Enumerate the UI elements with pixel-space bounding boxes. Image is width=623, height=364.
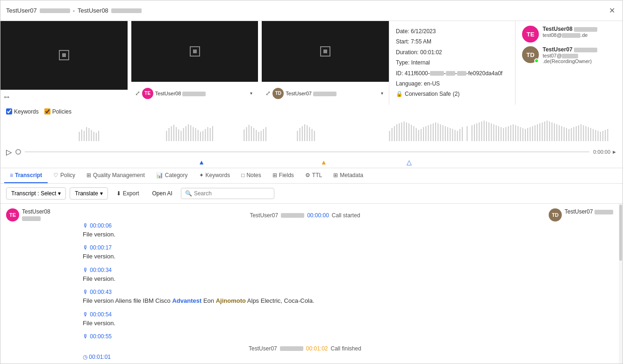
keywords-filter[interactable]: Keywords xyxy=(6,108,39,115)
search-box[interactable]: 🔍 xyxy=(181,188,274,199)
tab-quality-management[interactable]: ⊞ Quality Management xyxy=(81,168,150,183)
svg-rect-63 xyxy=(428,125,429,141)
policies-checkbox[interactable] xyxy=(44,108,50,114)
svg-rect-12 xyxy=(173,125,174,141)
svg-rect-106 xyxy=(537,124,538,141)
svg-rect-11 xyxy=(171,126,172,141)
tab-ttl[interactable]: ⚙ TTL xyxy=(300,168,328,183)
mic-icon-0: 🎙 xyxy=(83,222,88,229)
video-screens-row: ⤢ ⤢ TE TestUser08 ▾ xyxy=(0,21,389,105)
keywords-label: Keywords xyxy=(14,108,39,115)
user-entry-1: TD TestUser07 test07@ .de(RecordingOwner… xyxy=(522,46,616,64)
svg-rect-0 xyxy=(79,132,80,141)
video-screen-1[interactable] xyxy=(0,21,128,90)
svg-rect-58 xyxy=(416,128,417,141)
svg-rect-52 xyxy=(401,122,402,141)
search-input[interactable] xyxy=(194,190,270,197)
video-screen-3[interactable] xyxy=(262,21,389,82)
right-user-label: TD TestUser07 xyxy=(535,204,619,364)
scrollbar-thumb[interactable] xyxy=(619,205,622,261)
svg-rect-27 xyxy=(210,128,211,141)
svg-rect-67 xyxy=(437,123,438,141)
timestamp-0[interactable]: 🎙 00:00:06 xyxy=(83,222,527,229)
svg-rect-36 xyxy=(261,131,262,141)
call-finish-blurred xyxy=(280,346,303,351)
right-username: TestUser07 xyxy=(565,208,613,215)
close-button[interactable]: ✕ xyxy=(607,4,617,17)
tab-policy[interactable]: ♡ Policy xyxy=(48,168,81,183)
tab-quality-label: Quality Management xyxy=(93,172,145,178)
ttl-icon: ⚙ xyxy=(305,172,310,178)
svg-rect-122 xyxy=(576,126,577,141)
tab-fields[interactable]: ⊞ Fields xyxy=(267,168,300,183)
video-screen-2[interactable] xyxy=(131,21,258,82)
transcript-area: TE TestUser08 TestUser07 00:00:00 Call s… xyxy=(0,204,623,364)
export-button[interactable]: ⬇ Export xyxy=(112,188,144,199)
timestamp-3[interactable]: 🎙 00:00:43 xyxy=(83,289,527,295)
tab-keywords[interactable]: ✦ Keywords xyxy=(193,168,236,183)
language-value: en-US xyxy=(424,80,440,87)
playhead-row: ▷ 0:00:00 ► xyxy=(0,146,623,158)
svg-rect-115 xyxy=(559,125,560,141)
svg-rect-15 xyxy=(180,131,181,141)
transcript-content[interactable]: TestUser07 00:00:00 Call started 🎙 00:00… xyxy=(75,204,535,364)
play-button[interactable]: ▷ xyxy=(6,148,12,157)
waveform-area[interactable] xyxy=(6,118,617,146)
svg-rect-42 xyxy=(304,124,305,141)
user-email-0: test08@ .de xyxy=(543,32,597,38)
tab-ttl-label: TTL xyxy=(312,172,322,178)
svg-rect-26 xyxy=(207,127,208,141)
svg-rect-79 xyxy=(472,125,473,141)
translate-dropdown[interactable]: Translate ▾ xyxy=(70,187,108,200)
expand-icon-1[interactable]: ⤢ xyxy=(2,93,12,102)
tab-metadata[interactable]: ⊞ Metadata xyxy=(328,168,369,183)
svg-rect-16 xyxy=(183,128,184,141)
entry-5: 🎙 00:00:55 xyxy=(83,333,527,340)
timestamp-4[interactable]: 🎙 00:00:54 xyxy=(83,311,527,318)
timestamp-5[interactable]: 🎙 00:00:55 xyxy=(83,333,527,340)
top-section: ⤢ ⤢ TE TestUser08 ▾ xyxy=(0,21,623,105)
svg-rect-5 xyxy=(91,130,92,141)
progress-bar[interactable] xyxy=(25,151,589,152)
video-username-2: TestUser08 xyxy=(155,91,249,96)
export-label: Export xyxy=(123,190,139,197)
timestamp-2[interactable]: 🎙 00:00:34 xyxy=(83,267,527,273)
marker-blue-outline: △ xyxy=(407,158,412,166)
video-icon-inner-1 xyxy=(62,53,66,57)
svg-rect-93 xyxy=(505,127,506,141)
svg-rect-84 xyxy=(484,121,485,141)
tab-category[interactable]: 📊 Category xyxy=(150,168,193,183)
timestamp-1[interactable]: 🎙 00:00:17 xyxy=(83,244,527,251)
dropdown-arrow-3[interactable]: ▾ xyxy=(381,91,383,96)
svg-rect-113 xyxy=(554,123,555,141)
svg-rect-24 xyxy=(202,131,203,141)
fields-icon: ⊞ xyxy=(272,172,277,178)
policies-label: Policies xyxy=(52,108,72,115)
policies-filter[interactable]: Policies xyxy=(44,108,72,115)
tab-notes[interactable]: □ Notes xyxy=(236,168,267,183)
conversation-safe-count: (2) xyxy=(453,89,460,99)
call-start-time: 00:00:00 xyxy=(307,212,329,219)
export-icon: ⬇ xyxy=(116,190,121,197)
avatar-te: TE xyxy=(522,26,539,43)
svg-rect-135 xyxy=(607,129,608,141)
svg-rect-108 xyxy=(542,122,543,141)
tab-transcript[interactable]: ≡ Transcript xyxy=(4,168,48,183)
transcript-select-dropdown[interactable]: Transcript : Select ▾ xyxy=(6,187,66,200)
video-bar-1: ⤢ xyxy=(0,90,128,105)
svg-rect-61 xyxy=(423,127,424,141)
openai-button[interactable]: Open AI xyxy=(148,188,177,199)
svg-rect-37 xyxy=(263,129,264,141)
dropdown-arrow-2[interactable]: ▾ xyxy=(250,91,252,96)
date-line: Date: 6/12/2023 xyxy=(396,27,508,36)
window-title: TestUser07 - TestUser08 xyxy=(6,7,142,14)
svg-rect-10 xyxy=(168,128,169,141)
expand-icon-3[interactable]: ⤢ xyxy=(265,90,271,97)
scrollbar-track[interactable] xyxy=(619,204,623,364)
notiz-timestamp[interactable]: ◷ 00:01:01 xyxy=(83,354,527,360)
keywords-checkbox[interactable] xyxy=(6,108,12,114)
progress-handle[interactable] xyxy=(15,149,21,155)
svg-rect-43 xyxy=(307,125,308,141)
svg-rect-6 xyxy=(93,132,94,141)
expand-icon-2[interactable]: ⤢ xyxy=(135,90,140,97)
